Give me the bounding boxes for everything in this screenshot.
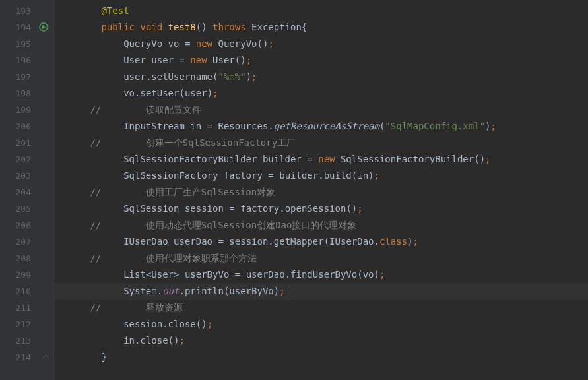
- code-line[interactable]: session.close();: [54, 316, 588, 332]
- code-line[interactable]: // 创建一个SqlSessionFactory工厂: [54, 135, 588, 151]
- var-token: in: [190, 121, 201, 131]
- operator-token: =: [179, 38, 195, 49]
- indent: [57, 55, 123, 65]
- line-number: 194: [0, 19, 53, 36]
- method-call-token: openSession: [285, 203, 346, 214]
- dot-token: .: [162, 319, 168, 329]
- semi-token: ;: [212, 88, 218, 98]
- semi-token: ;: [413, 236, 418, 247]
- keyword-token: public: [101, 22, 135, 32]
- paren-token: ): [207, 88, 212, 98]
- dot-token: .: [285, 269, 290, 280]
- fold-expand-icon[interactable]: [42, 352, 49, 360]
- line-number: 211: [0, 300, 53, 316]
- var-token: userByVo: [179, 269, 229, 280]
- paren-token: (): [235, 55, 246, 65]
- indent: [57, 319, 123, 329]
- indent: [57, 137, 90, 148]
- line-number: 206: [0, 217, 53, 234]
- semi-token: ;: [485, 154, 490, 164]
- arg-token: IUserDao: [329, 236, 374, 247]
- operator-token: =: [263, 170, 279, 181]
- string-token: "SqlMapConfig.xml": [385, 121, 485, 131]
- dot-token: .: [318, 170, 323, 181]
- semi-token: ;: [491, 121, 496, 131]
- var-token: factory: [224, 170, 263, 181]
- dot-token: .: [157, 286, 162, 296]
- code-line[interactable]: // 使用工厂生产SqlSession对象: [54, 184, 588, 201]
- code-line[interactable]: SqlSessionFactoryBuilder builder = new S…: [54, 151, 588, 168]
- operator-token: =: [174, 55, 190, 65]
- code-line[interactable]: in.close();: [54, 332, 588, 349]
- code-line[interactable]: }: [54, 349, 588, 365]
- code-line[interactable]: IUserDao userDao = session.getMapper(IUs…: [54, 234, 588, 250]
- method-name-token: test8: [168, 22, 196, 32]
- paren-token: (: [324, 236, 329, 247]
- var-token: user: [151, 55, 174, 65]
- code-line[interactable]: public void test8() throws Exception{: [54, 19, 588, 36]
- code-line[interactable]: User user = new User();: [54, 52, 588, 69]
- line-number: 209: [0, 267, 53, 283]
- class-token: System: [123, 286, 157, 296]
- line-number: 213: [0, 332, 53, 349]
- semi-token: ;: [179, 335, 184, 346]
- paren-token: (: [357, 269, 362, 280]
- line-number: 197: [0, 69, 53, 85]
- code-line[interactable]: InputStream in = Resources.getResourceAs…: [54, 118, 588, 135]
- method-call-token: build: [324, 170, 352, 181]
- semi-token: ;: [268, 38, 273, 49]
- var-token: userDao: [246, 269, 285, 280]
- indent: [57, 203, 123, 214]
- var-token: vo: [123, 88, 135, 98]
- code-line-current[interactable]: System.out.println(userByVo);: [54, 283, 588, 300]
- type-token: User: [212, 55, 235, 65]
- static-method-token: getResourceAsStream: [274, 121, 379, 131]
- semi-token: ;: [246, 55, 251, 65]
- fold-collapse-icon[interactable]: [42, 22, 49, 30]
- brace-token: {: [302, 22, 307, 32]
- semi-token: ;: [379, 269, 385, 280]
- code-line[interactable]: QueryVo vo = new QueryVo();: [54, 36, 588, 52]
- type-token: SqlSessionFactoryBuilder: [341, 154, 474, 164]
- line-numbers-column: 193 194 195 196 197 198 199 200 201 202 …: [0, 3, 53, 365]
- code-line[interactable]: // 读取配置文件: [54, 102, 588, 118]
- paren-token: (): [196, 22, 207, 32]
- comment-token: // 释放资源: [90, 302, 183, 313]
- dot-token: .: [268, 236, 273, 247]
- code-line[interactable]: user.setUsername("%m%");: [54, 69, 588, 85]
- semi-token: ;: [357, 203, 362, 214]
- brace-token: }: [101, 352, 106, 362]
- dot-token: .: [279, 203, 284, 214]
- type-token: IUserDao: [123, 236, 168, 247]
- code-editor: 193 194 195 196 197 198 199 200 201 202 …: [0, 0, 588, 380]
- operator-token: =: [201, 121, 218, 131]
- code-line[interactable]: // 使用代理对象职系那个方法: [54, 250, 588, 267]
- operator-token: =: [302, 154, 318, 164]
- code-line[interactable]: SqlSession session = factory.openSession…: [54, 201, 588, 217]
- text-cursor: [286, 286, 286, 298]
- method-call-token: getMapper: [274, 236, 324, 247]
- code-content-area[interactable]: @Test public void test8() throws Excepti…: [54, 0, 588, 380]
- line-number: 199: [0, 102, 53, 118]
- code-line[interactable]: vo.setUser(user);: [54, 85, 588, 102]
- indent: [57, 88, 123, 98]
- var-token: builder: [279, 170, 318, 181]
- line-number: 193: [0, 3, 53, 19]
- code-line[interactable]: List<User> userByVo = userDao.findUserBy…: [54, 267, 588, 283]
- indent: [57, 335, 123, 346]
- indent: [57, 121, 123, 131]
- indent: [57, 286, 123, 296]
- code-line[interactable]: SqlSessionFactory factory = builder.buil…: [54, 168, 588, 184]
- comment-token: // 读取配置文件: [90, 104, 201, 115]
- comment-token: // 创建一个SqlSessionFactory工厂: [90, 137, 296, 148]
- code-line[interactable]: @Test: [54, 3, 588, 19]
- keyword-token: new: [318, 154, 335, 164]
- paren-token: ): [246, 71, 251, 82]
- code-line[interactable]: // 使用动态代理SqlSession创建Dao接口的代理对象: [54, 217, 588, 234]
- type-token: User: [151, 269, 174, 280]
- code-line[interactable]: // 释放资源: [54, 300, 588, 316]
- comment-token: // 使用代理对象职系那个方法: [90, 253, 257, 263]
- indent: [57, 104, 90, 115]
- indent: [57, 352, 101, 362]
- type-token: QueryVo: [123, 38, 162, 49]
